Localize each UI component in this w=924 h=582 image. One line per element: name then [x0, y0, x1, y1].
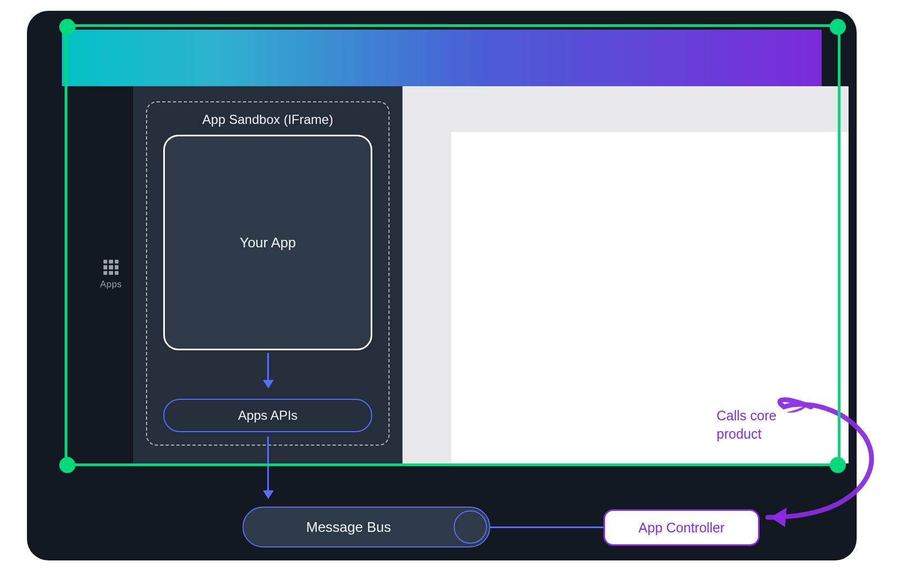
- app-sandbox-title: App Sandbox (IFrame): [147, 112, 388, 127]
- bus-to-controller-line: [490, 526, 603, 528]
- your-app-label: Your App: [240, 234, 296, 251]
- arrow-apis-to-bus: [267, 436, 269, 490]
- message-bus-label: Message Bus: [244, 519, 454, 536]
- selection-handle-bl[interactable]: [59, 457, 75, 473]
- left-rail: Apps: [89, 86, 133, 463]
- app-controller-label: App Controller: [638, 520, 725, 536]
- bus-port-icon: [454, 510, 487, 544]
- app-controller-box: App Controller: [603, 509, 760, 546]
- diagram-frame: Apps App Sandbox (IFrame) Your App Apps …: [27, 11, 857, 560]
- window-title-bar: [62, 30, 822, 86]
- apps-nav-label: Apps: [100, 279, 122, 290]
- arrow-head-icon: [263, 380, 274, 389]
- side-panel: App Sandbox (IFrame) Your App Apps APIs: [133, 86, 402, 463]
- message-bus-box: Message Bus: [242, 507, 490, 548]
- apps-apis-label: Apps APIs: [238, 408, 298, 423]
- calls-core-arrow-icon: [757, 388, 897, 528]
- apps-nav-item[interactable]: Apps: [100, 260, 122, 290]
- arrow-head-icon: [263, 490, 274, 499]
- apps-grid-icon: [103, 260, 119, 275]
- your-app-box: Your App: [163, 135, 372, 350]
- apps-apis-box: Apps APIs: [163, 399, 372, 432]
- arrow-yourapp-to-apis: [267, 353, 269, 380]
- app-sandbox-region: App Sandbox (IFrame) Your App Apps APIs: [146, 101, 390, 446]
- selection-handle-tr[interactable]: [830, 19, 846, 35]
